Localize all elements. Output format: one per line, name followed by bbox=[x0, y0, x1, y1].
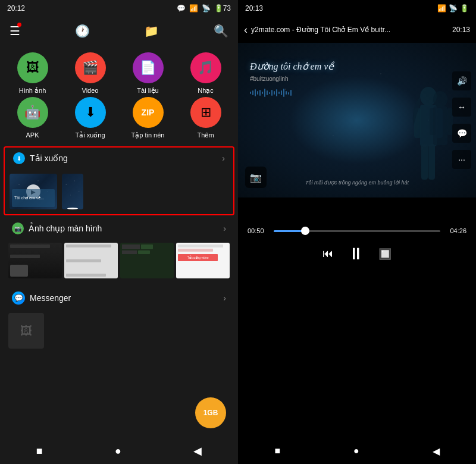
app-tai-xuong[interactable]: ⬇ Tải xuống bbox=[62, 97, 118, 139]
screenshot-4: Tải xuống video bbox=[176, 243, 230, 278]
circle-nav-btn-left[interactable]: ● bbox=[115, 445, 121, 457]
tai-xuong-app-icon: ⬇ bbox=[75, 97, 106, 128]
svg-rect-25 bbox=[286, 91, 287, 95]
image-placeholder-icon: 🖼 bbox=[20, 324, 32, 338]
svg-rect-13 bbox=[257, 91, 258, 95]
svg-rect-15 bbox=[262, 92, 263, 94]
video-nav-time: 20:13 bbox=[452, 26, 470, 34]
svg-rect-26 bbox=[288, 92, 289, 95]
bottom-nav-right: ■ ● ◀ bbox=[238, 438, 476, 464]
resize-button[interactable]: ↔ bbox=[452, 98, 471, 117]
app-tap-tin-nen[interactable]: ZIP Tập tin nén bbox=[120, 97, 176, 139]
ss1-line1 bbox=[10, 244, 50, 248]
song-title-overlay: Đường tôi chở em về #buitzuonglinh bbox=[250, 61, 334, 101]
video-thumbnail-small bbox=[62, 174, 83, 209]
ss2-line3 bbox=[66, 274, 106, 277]
camera-button[interactable]: 📷 bbox=[245, 167, 267, 188]
svg-rect-10 bbox=[250, 92, 251, 94]
svg-rect-16 bbox=[264, 89, 265, 97]
svg-rect-5 bbox=[428, 144, 435, 180]
video-thumbnail[interactable]: Tôi chở em về... ▶ bbox=[10, 174, 57, 209]
messenger-header[interactable]: 💬 Messenger › bbox=[4, 287, 234, 309]
bottom-nav-left: ■ ● ◀ bbox=[0, 438, 238, 464]
square-nav-btn-right[interactable]: ■ bbox=[274, 446, 280, 456]
top-nav-right: ‹ y2mate.com - Đường Tôi Chở Em Về buitr… bbox=[238, 17, 476, 43]
signal-icon: 📶 bbox=[189, 4, 198, 12]
screenshot-2 bbox=[64, 243, 118, 278]
status-bar-left: 20:12 💬 📶 📡 🔋73 bbox=[0, 0, 238, 17]
square-nav-btn-left[interactable]: ■ bbox=[36, 445, 43, 457]
progress-track[interactable] bbox=[274, 230, 440, 232]
messenger-thumb: 🖼 bbox=[8, 313, 44, 349]
ss3-cell bbox=[122, 244, 140, 249]
app-tai-lieu[interactable]: 📄 Tài liệu bbox=[120, 52, 176, 95]
screenshot-arrow: › bbox=[223, 224, 226, 233]
tai-xuong-arrow: › bbox=[222, 153, 225, 163]
signal-icon-right: 📶 bbox=[437, 4, 446, 12]
ss1-img bbox=[10, 265, 28, 277]
back-nav-btn-right[interactable]: ◀ bbox=[433, 446, 440, 457]
progress-thumb[interactable] bbox=[301, 227, 309, 235]
back-button[interactable]: ‹ bbox=[244, 24, 248, 36]
app-grid: 🖼 Hình ảnh 🎬 Video 📄 Tài liệu 🎵 Nhạc 🤖 A… bbox=[0, 45, 238, 146]
menu-icon[interactable]: ☰ bbox=[10, 24, 20, 38]
pause-button[interactable]: ⏸ bbox=[347, 244, 364, 264]
messenger-icon: 💬 bbox=[12, 291, 25, 305]
svg-rect-12 bbox=[255, 89, 256, 96]
app-video[interactable]: 🎬 Video bbox=[62, 52, 118, 95]
video-background: Đường tôi chở em về #buitzuonglinh bbox=[238, 43, 476, 197]
screenshot-header[interactable]: 📷 Ảnh chụp màn hình › bbox=[4, 218, 234, 239]
song-title-text: Đường tôi chở em về bbox=[250, 61, 334, 73]
them-label: Thêm bbox=[197, 131, 214, 139]
svg-point-6 bbox=[433, 91, 447, 108]
skip-back-button[interactable]: ⏮ bbox=[322, 247, 333, 260]
tap-tin-nen-label: Tập tin nén bbox=[131, 131, 165, 139]
wifi-icon-right: 📡 bbox=[449, 4, 458, 12]
zip-icon: ZIP bbox=[133, 97, 164, 128]
search-icon[interactable]: 🔍 bbox=[214, 24, 228, 38]
ss4-line1 bbox=[178, 244, 223, 247]
more-button[interactable]: ··· bbox=[452, 150, 471, 169]
video-icon: 🎬 bbox=[75, 52, 106, 83]
screenshot-header-left: 📷 Ảnh chụp màn hình bbox=[12, 222, 102, 234]
ss4-button: Tải xuống video bbox=[178, 254, 218, 261]
circle-nav-btn-right[interactable]: ● bbox=[353, 446, 359, 456]
messenger-header-left: 💬 Messenger bbox=[12, 291, 71, 305]
fullscreen-button[interactable]: 🔲 bbox=[378, 247, 392, 261]
app-them[interactable]: ⊞ Thêm bbox=[178, 97, 233, 139]
app-apk[interactable]: 🤖 APK bbox=[5, 97, 60, 139]
back-nav-btn-left[interactable]: ◀ bbox=[193, 444, 202, 457]
svg-rect-17 bbox=[267, 90, 268, 95]
ss4-button-text: Tải xuống video bbox=[187, 256, 209, 259]
wifi-icon: 📡 bbox=[202, 4, 211, 12]
svg-rect-14 bbox=[259, 90, 261, 96]
right-panel: 20:13 📶 📡 🔋 ‹ y2mate.com - Đường Tôi Chở… bbox=[238, 0, 476, 464]
app-nhac[interactable]: 🎵 Nhạc bbox=[178, 52, 233, 95]
video-label: Video bbox=[82, 87, 99, 94]
screenshot-dot: 📷 bbox=[12, 222, 24, 234]
svg-rect-27 bbox=[290, 90, 292, 96]
black-gap bbox=[238, 197, 476, 221]
hinh-anh-label: Hình ảnh bbox=[19, 87, 46, 95]
tai-xuong-dot: ⬇ bbox=[13, 152, 25, 164]
video-filename: Tôi chở em về... bbox=[14, 196, 44, 200]
status-icons-right: 📶 📡 🔋 bbox=[437, 4, 469, 12]
ss3-row1 bbox=[122, 244, 172, 249]
tai-xuong-title: Tải xuống bbox=[30, 153, 68, 163]
svg-rect-20 bbox=[274, 91, 275, 95]
nhac-label: Nhạc bbox=[198, 87, 214, 95]
messenger-notification-icon: 💬 bbox=[177, 4, 186, 12]
folder-icon[interactable]: 📁 bbox=[144, 24, 159, 38]
nhac-icon: 🎵 bbox=[190, 52, 221, 83]
subtitle-button[interactable]: 💬 bbox=[452, 124, 471, 143]
them-icon: ⊞ bbox=[190, 97, 221, 128]
volume-button[interactable]: 🔊 bbox=[452, 71, 471, 90]
status-bar-right: 20:13 📶 📡 🔋 bbox=[238, 0, 476, 17]
storage-button[interactable]: 1GB bbox=[195, 397, 226, 428]
ss2-line1 bbox=[66, 244, 111, 247]
ss2-content bbox=[64, 243, 118, 278]
tai-xuong-header[interactable]: ⬇ Tải xuống › bbox=[5, 148, 233, 169]
history-icon[interactable]: 🕐 bbox=[75, 24, 90, 38]
app-hinh-anh[interactable]: 🖼 Hình ảnh bbox=[5, 52, 60, 95]
messenger-section: 💬 Messenger › 🖼 bbox=[4, 287, 234, 352]
